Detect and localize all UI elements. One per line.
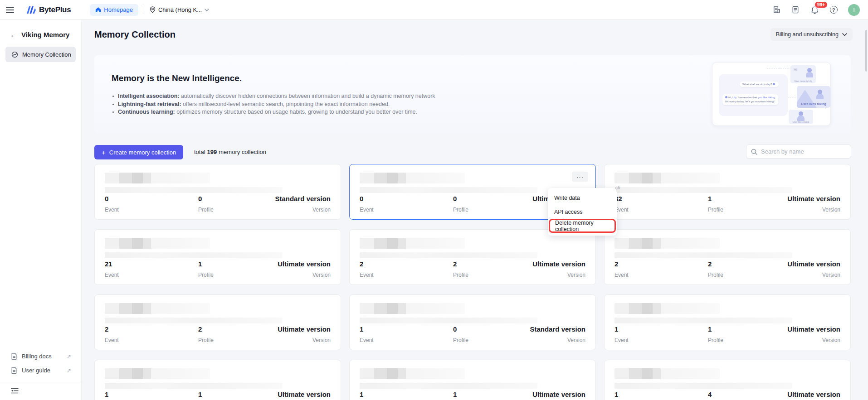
blurred-subtitle xyxy=(614,318,792,323)
memory-collection-card[interactable]: ch 32 Event 1 Profile Ultimate version V… xyxy=(604,164,851,220)
header-divider xyxy=(143,6,143,14)
help-icon[interactable]: ? xyxy=(829,5,838,14)
chevron-down-icon xyxy=(205,9,209,11)
vertical-scrollbar[interactable] xyxy=(865,30,867,72)
menu-item-api-access[interactable]: API access xyxy=(548,205,617,219)
avatar-letter: I xyxy=(853,6,855,13)
chevron-down-icon xyxy=(842,33,847,36)
intro-banner: Memory is the New Intelligence. Intellig… xyxy=(94,55,851,133)
search-input[interactable] xyxy=(761,148,846,155)
byteplus-logo-icon xyxy=(26,6,36,14)
memory-collection-card[interactable]: 2 Event 2 Profile Ultimate version Versi… xyxy=(349,229,596,285)
event-stat: 21 Event xyxy=(105,260,119,278)
page-title: Memory Collection xyxy=(94,29,176,40)
event-stat: 2 Event xyxy=(105,325,119,343)
version-stat: Ultimate version Version xyxy=(787,194,840,213)
blurred-subtitle xyxy=(614,187,792,193)
chat-question-bubble: What shall we do today? xyxy=(740,82,779,87)
person-illustration xyxy=(799,111,803,116)
user-guide-link[interactable]: User guide ↗ xyxy=(0,363,81,377)
profile-stat: 4 Profile xyxy=(708,390,723,400)
memory-collection-card[interactable]: 1 Event 1 Profile Ultimate version Versi… xyxy=(604,294,851,350)
banner-bullet: Intelligent association: automatically d… xyxy=(112,92,435,101)
version-stat: Standard version Version xyxy=(530,325,585,343)
banner-bullet: Continuous learning: optimizes memory st… xyxy=(112,108,435,116)
blurred-title xyxy=(614,303,720,314)
blurred-subtitle xyxy=(360,252,537,258)
memory-collection-card[interactable]: 0 Event 0 Profile Standard version Versi… xyxy=(94,164,341,220)
avatar[interactable]: I xyxy=(848,4,860,16)
version-stat: Ultimate version Version xyxy=(787,260,840,278)
blurred-title xyxy=(360,173,465,183)
documents-icon[interactable] xyxy=(791,5,800,14)
card-context-menu: Write data API access Delete memory coll… xyxy=(548,188,617,236)
total-count-text: total199memory collection xyxy=(194,149,266,155)
banner-title: Memory is the New Intelligence. xyxy=(112,73,242,83)
person-illustration xyxy=(807,68,812,72)
profile-stat: 1 Profile xyxy=(453,390,468,400)
main-content: Memory Collection Billing and unsubscrib… xyxy=(82,20,868,400)
version-stat: Ultimate version Version xyxy=(278,390,331,400)
sidebar-footer: Billing docs ↗ User guide ↗ xyxy=(0,349,81,400)
sidebar-title: Viking Memory xyxy=(21,31,69,39)
search-box[interactable] xyxy=(746,145,851,159)
blurred-subtitle xyxy=(105,252,283,258)
more-options-button[interactable]: ··· xyxy=(572,172,588,182)
memory-card-hiking: User likes hiking xyxy=(797,86,830,108)
location-pin-icon xyxy=(150,6,156,13)
hamburger-menu-icon[interactable] xyxy=(0,7,20,13)
profile-stat: 2 Profile xyxy=(198,325,214,343)
notifications-bell-icon[interactable]: 99+ xyxy=(810,5,819,14)
memory-collection-icon xyxy=(11,51,18,58)
profile-stat: 1 Profile xyxy=(198,260,214,278)
blurred-subtitle xyxy=(360,383,537,389)
event-stat: 2 Event xyxy=(360,260,374,278)
billing-dropdown[interactable]: Billing and unsubscribing xyxy=(770,28,853,41)
menu-item-delete-memory-collection[interactable]: Delete memory collection xyxy=(549,219,616,233)
region-selector[interactable]: China (Hong K... xyxy=(150,6,209,13)
event-stat: 1 Event xyxy=(614,325,629,343)
menu-item-write-data[interactable]: Write data xyxy=(548,191,617,205)
memory-collection-card[interactable]: 1 Event 0 Profile Standard version Versi… xyxy=(349,294,596,350)
event-stat: 1 Event xyxy=(360,325,374,343)
memory-collection-card[interactable]: 1 Event 4 Profile Ultimate version Versi… xyxy=(604,360,851,400)
memory-collection-card[interactable]: 2 Event 2 Profile Ultimate version Versi… xyxy=(94,294,341,350)
expenses-building-icon[interactable] xyxy=(772,5,781,14)
total-count: 199 xyxy=(207,149,217,155)
blurred-title xyxy=(105,368,210,379)
top-header: BytePlus Homepage China (Hong K... xyxy=(0,0,868,20)
event-stat: 1 Event xyxy=(614,390,629,400)
blurred-title xyxy=(360,368,465,379)
blurred-title xyxy=(614,173,720,183)
memory-collection-card[interactable]: 1 Event 1 Profile Ultimate version Versi… xyxy=(349,360,596,400)
doc-icon xyxy=(11,367,17,374)
blurred-title xyxy=(614,368,720,379)
byteplus-logo[interactable]: BytePlus xyxy=(26,5,71,14)
create-memory-collection-button[interactable]: + Create memory collection xyxy=(94,145,183,159)
banner-illustration: What shall we do today? Hi, Lily, I reme… xyxy=(712,62,831,126)
memory-collection-card[interactable]: 1 Event 1 Profile Ultimate version Versi… xyxy=(94,360,341,400)
blurred-subtitle xyxy=(360,318,537,323)
notification-badge: 99+ xyxy=(814,1,828,8)
sidebar-item-memory-collection[interactable]: Memory Collection xyxy=(5,47,76,62)
blurred-subtitle xyxy=(614,252,792,258)
chat-answer-bubble: Hi, Lily, I remember that you like hikin… xyxy=(722,94,778,105)
plus-icon: + xyxy=(102,149,106,156)
memory-collection-card[interactable]: 2 Event 2 Profile Ultimate version Versi… xyxy=(604,229,851,285)
external-link-icon: ↗ xyxy=(67,353,71,360)
banner-bullets: Intelligent association: automatically d… xyxy=(112,92,435,116)
collapse-sidebar-icon[interactable] xyxy=(0,382,81,400)
memory-collection-card[interactable]: 21 Event 1 Profile Ultimate version Vers… xyxy=(94,229,341,285)
region-label: China (Hong K... xyxy=(158,6,202,13)
back-arrow-icon[interactable]: ← xyxy=(10,31,17,39)
version-stat: Standard version Version xyxy=(275,194,331,213)
billing-docs-link[interactable]: Billing docs ↗ xyxy=(0,349,81,363)
version-stat: Ultimate version Version xyxy=(278,260,331,278)
app-window: BytePlus Homepage China (Hong K... xyxy=(0,0,868,400)
brand-name: BytePlus xyxy=(39,5,71,14)
event-stat: 0 Event xyxy=(105,194,119,213)
banner-bullet: Lightning-fast retrieval: offers millise… xyxy=(112,101,435,109)
version-stat: Ultimate version Version xyxy=(787,325,840,343)
blurred-title xyxy=(105,303,210,314)
homepage-button[interactable]: Homepage xyxy=(90,4,138,16)
